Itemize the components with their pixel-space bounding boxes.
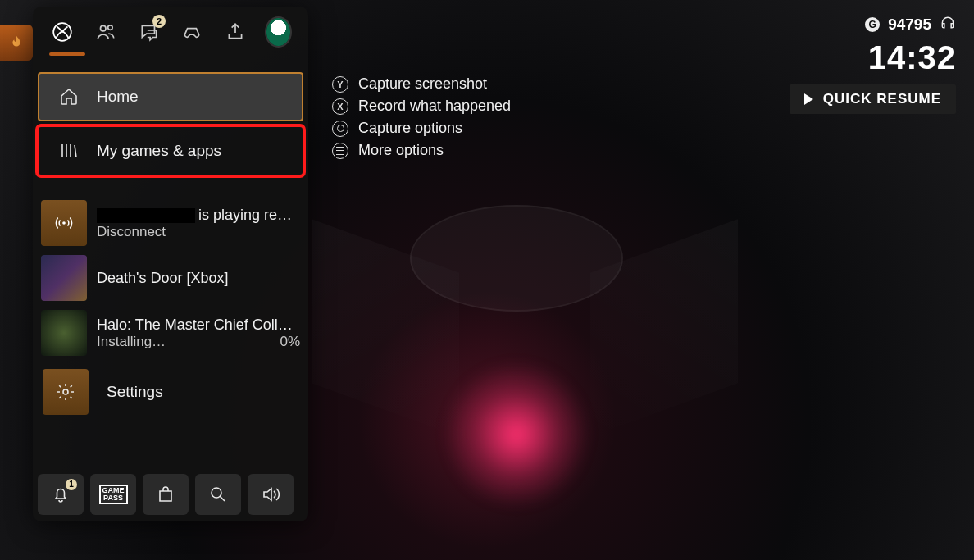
flame-icon <box>7 34 25 52</box>
library-icon <box>59 141 79 161</box>
controller-icon <box>181 21 203 43</box>
menu-button-icon <box>332 143 348 159</box>
game-card-deaths-door[interactable]: Death's Door [Xbox] <box>38 252 303 304</box>
broadcast-icon <box>55 214 73 232</box>
volume-icon <box>261 485 280 504</box>
play-icon <box>804 93 813 105</box>
achievement-flame-badge <box>0 25 33 61</box>
remote-play-title: is playing rem… <box>97 207 300 224</box>
notifications-button[interactable]: 1 <box>38 474 84 515</box>
ctx-capture-screenshot[interactable]: Y Capture screenshot <box>332 75 511 93</box>
gamerscore-icon: G <box>865 17 880 32</box>
y-button-icon: Y <box>332 76 348 93</box>
menu-my-games-apps[interactable]: My games & apps <box>38 126 303 175</box>
gamerscore-value: 94795 <box>888 16 931 34</box>
guide-bottom-bar: 1 GAME PASS <box>38 474 303 515</box>
x-button-icon: X <box>332 98 348 115</box>
audio-button[interactable] <box>248 474 294 515</box>
tab-xbox[interactable] <box>51 18 75 46</box>
menu-my-games-label: My games & apps <box>97 142 221 160</box>
search-icon <box>208 485 228 504</box>
recent-activity-list: is playing rem… Disconnect Death's Door … <box>38 197 303 359</box>
censored-username <box>97 208 195 223</box>
xbox-logo-icon <box>52 21 73 43</box>
clock: 14:32 <box>868 39 956 76</box>
people-icon <box>95 21 116 43</box>
remote-play-action: Disconnect <box>97 224 300 240</box>
svg-point-1 <box>101 25 107 31</box>
quick-resume-label: QUICK RESUME <box>823 91 941 107</box>
guide-main-menu: Home My games & apps <box>38 72 303 175</box>
ctx-more-options[interactable]: More options <box>332 142 511 159</box>
settings-label: Settings <box>107 383 163 401</box>
ctx-label: Capture screenshot <box>358 75 487 93</box>
share-icon <box>225 21 246 43</box>
remote-play-thumb <box>41 200 87 246</box>
headset-icon <box>940 15 956 34</box>
menu-settings[interactable]: Settings <box>38 369 303 415</box>
game-thumb <box>41 310 87 356</box>
install-status: Installing… <box>97 334 166 350</box>
hud: G 94795 14:32 QUICK RESUME <box>790 15 956 114</box>
ctx-capture-options[interactable]: Capture options <box>332 120 511 137</box>
game-thumb <box>41 255 87 301</box>
ctx-label: Record what happened <box>358 98 511 115</box>
tab-share[interactable] <box>224 18 248 46</box>
menu-home-label: Home <box>97 88 139 106</box>
search-button[interactable] <box>195 474 241 515</box>
menu-home[interactable]: Home <box>38 72 303 121</box>
game-title: Death's Door [Xbox] <box>97 270 300 287</box>
store-button[interactable] <box>143 474 189 515</box>
install-progress: 0% <box>280 334 300 350</box>
xbox-guide-panel: 2 Home My games & apps is playing rem… D <box>33 7 308 521</box>
notifications-badge: 1 <box>66 479 77 490</box>
quick-resume-button[interactable]: QUICK RESUME <box>790 84 956 114</box>
svg-point-3 <box>62 221 66 225</box>
profile-avatar[interactable] <box>266 18 290 46</box>
guide-top-tabs: 2 <box>38 7 303 54</box>
remote-play-card[interactable]: is playing rem… Disconnect <box>38 197 303 249</box>
home-icon <box>59 87 79 107</box>
settings-thumb <box>43 369 89 415</box>
ctx-label: More options <box>358 142 444 159</box>
tab-people[interactable] <box>94 18 118 46</box>
game-title: Halo: The Master Chief Collection <box>97 316 300 334</box>
game-card-halo-mcc[interactable]: Halo: The Master Chief Collection Instal… <box>38 307 303 359</box>
shopping-bag-icon <box>156 485 175 504</box>
active-tab-underline <box>49 52 85 56</box>
tab-controller[interactable] <box>180 18 204 46</box>
view-button-icon <box>332 121 348 137</box>
gamepass-icon: GAME PASS <box>99 485 128 504</box>
ctx-label: Capture options <box>358 120 462 137</box>
gamepass-button[interactable]: GAME PASS <box>90 474 136 515</box>
svg-point-4 <box>63 389 68 394</box>
ctx-record[interactable]: X Record what happened <box>332 98 511 115</box>
capture-context-menu: Y Capture screenshot X Record what happe… <box>332 75 511 159</box>
tab-messages[interactable]: 2 <box>137 18 161 46</box>
svg-point-2 <box>108 25 112 30</box>
gear-icon <box>56 382 75 402</box>
messages-badge: 2 <box>152 15 166 28</box>
